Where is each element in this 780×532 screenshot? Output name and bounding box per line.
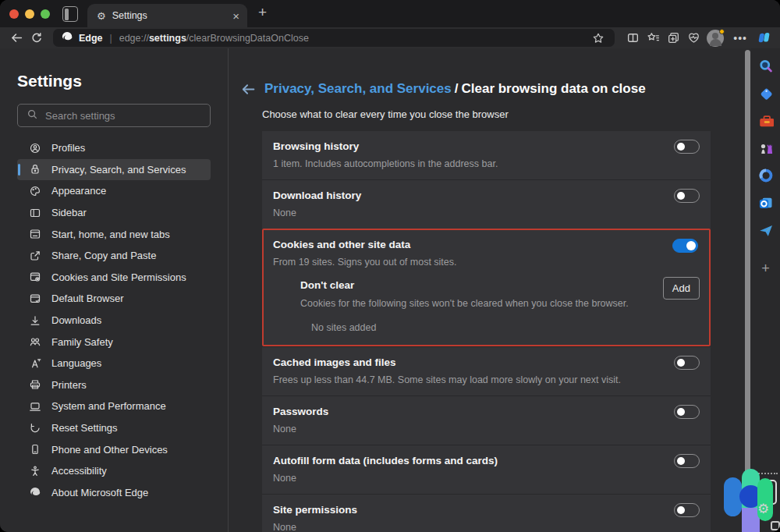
favorites-bar-icon[interactable] <box>644 30 661 47</box>
sidebar-item-label: Start, home, and new tabs <box>51 229 170 240</box>
sidebar-item-system-performance[interactable]: System and Performance <box>17 395 211 417</box>
sidebar-item-profiles[interactable]: Profiles <box>17 137 211 159</box>
download-history-toggle[interactable] <box>674 189 700 203</box>
row-title: Autofill form data (includes forms and c… <box>273 455 700 466</box>
copilot-icon[interactable] <box>755 30 772 47</box>
no-sites-added-text: No sites added <box>311 322 700 333</box>
rail-search-icon[interactable] <box>758 59 774 74</box>
add-site-button[interactable]: Add <box>663 277 700 300</box>
favorite-star-icon[interactable] <box>590 30 607 47</box>
split-screen-icon[interactable] <box>624 30 641 47</box>
sidebar-item-label: Family Safety <box>51 336 113 348</box>
sidebar-item-label: Share, Copy and Paste <box>51 250 156 261</box>
browsing-history-toggle[interactable] <box>674 140 700 154</box>
address-bar[interactable]: Edge | edge://settings/clearBrowsingData… <box>53 29 615 47</box>
rail-tools-icon[interactable] <box>758 113 774 129</box>
sidebar-item-label: About Microsoft Edge <box>51 487 148 498</box>
rail-add-icon[interactable]: + <box>761 261 770 277</box>
rail-shopping-icon[interactable] <box>758 86 774 101</box>
back-icon[interactable] <box>8 30 25 47</box>
window-controls <box>0 0 61 27</box>
site-permissions-toggle[interactable] <box>674 503 700 517</box>
settings-main: Privacy, Search, and Services/Clear brow… <box>229 48 751 532</box>
toolbar: Edge | edge://settings/clearBrowsingData… <box>0 27 780 48</box>
refresh-icon[interactable] <box>28 30 45 47</box>
row-title: Cached images and files <box>273 356 700 368</box>
sidebar-item-printers[interactable]: Printers <box>17 374 211 396</box>
sidebar-item-about-edge[interactable]: About Microsoft Edge <box>17 482 211 504</box>
tab-close-icon[interactable]: × <box>232 10 239 22</box>
breadcrumb-parent-link[interactable]: Privacy, Search, and Services <box>264 81 452 96</box>
new-tab-button[interactable]: + <box>258 4 267 21</box>
settings-search-box[interactable] <box>17 104 211 127</box>
collections-icon[interactable] <box>665 30 682 47</box>
tab-settings[interactable]: ⚙ Settings × <box>87 4 247 27</box>
rail-games-icon[interactable] <box>758 140 774 156</box>
dont-clear-title: Don't clear <box>300 279 700 291</box>
sidebar-item-label: Phone and Other Devices <box>51 444 168 456</box>
close-window-button[interactable] <box>9 9 19 19</box>
row-site-permissions: Site permissions None <box>262 494 711 532</box>
sidebar-item-share-copy-paste[interactable]: Share, Copy and Paste <box>17 245 211 267</box>
gear-icon: ⚙ <box>97 11 106 21</box>
row-browsing-history: Browsing history 1 item. Includes autoco… <box>262 131 711 179</box>
row-cached-images: Cached images and files Frees up less th… <box>262 346 711 395</box>
rail-microsoft-365-icon[interactable] <box>758 168 774 183</box>
back-arrow-icon[interactable] <box>241 82 256 97</box>
sidebar-item-label: Downloads <box>51 314 101 326</box>
edge-logo-icon <box>29 486 41 498</box>
rail-outlook-icon[interactable] <box>758 195 774 211</box>
cookies-toggle[interactable] <box>672 239 698 253</box>
rail-drop-icon[interactable] <box>758 222 774 238</box>
browser-essentials-icon[interactable] <box>685 30 702 47</box>
profile-avatar[interactable] <box>707 30 724 47</box>
sidebar-item-cookies-permissions[interactable]: Cookies and Site Permissions <box>17 267 211 289</box>
edge-sidebar-rail: + <box>751 48 780 532</box>
sidebar-item-start-home[interactable]: Start, home, and new tabs <box>17 223 211 245</box>
sidebar-item-label: Languages <box>51 357 101 369</box>
sidebar-item-family-safety[interactable]: Family Safety <box>17 331 211 353</box>
row-title: Passwords <box>273 406 700 417</box>
sidebar-item-label: Printers <box>51 379 87 391</box>
tab-strip: ⚙ Settings × + <box>0 0 780 27</box>
sidebar-item-reset-settings[interactable]: Reset Settings <box>17 417 211 439</box>
row-title: Browsing history <box>273 140 700 152</box>
site-brand-label: Edge <box>79 33 103 44</box>
tab-title: Settings <box>112 10 227 21</box>
more-ellipsis-icon[interactable]: ••• <box>729 32 752 44</box>
sidebar-item-privacy[interactable]: Privacy, Search, and Services <box>17 159 211 181</box>
sidebar-item-default-browser[interactable]: Default Browser <box>17 288 211 310</box>
row-description: From 19 sites. Signs you out of most sit… <box>273 257 700 268</box>
minimize-window-button[interactable] <box>25 9 34 19</box>
row-description: None <box>273 424 700 434</box>
page-header: Privacy, Search, and Services/Clear brow… <box>241 81 751 97</box>
row-title: Cookies and other site data <box>273 239 700 250</box>
sidebar-item-downloads[interactable]: Downloads <box>17 310 211 332</box>
sidebar-item-sidebar[interactable]: Sidebar <box>17 202 211 224</box>
workspaces-icon[interactable] <box>62 6 78 22</box>
sidebar-item-accessibility[interactable]: Accessibility <box>17 460 211 482</box>
vertical-scrollbar[interactable] <box>745 50 750 518</box>
lock-icon <box>29 163 41 176</box>
sidebar-item-phone-devices[interactable]: Phone and Other Devices <box>17 438 211 460</box>
phone-icon <box>29 443 41 456</box>
sidebar-item-appearance[interactable]: Appearance <box>17 180 211 202</box>
passwords-toggle[interactable] <box>674 405 700 419</box>
row-description: None <box>273 522 700 532</box>
sidebar-item-languages[interactable]: Languages <box>17 353 211 374</box>
translate-icon <box>29 357 41 370</box>
zoom-window-button[interactable] <box>41 9 50 19</box>
search-input[interactable] <box>45 110 201 122</box>
cached-images-toggle[interactable] <box>674 356 700 370</box>
window-gear-icon <box>29 271 41 283</box>
settings-sidebar: Settings Profiles Privacy, Search, and S… <box>0 48 229 532</box>
sidebar-item-label: System and Performance <box>51 400 166 412</box>
row-description: 1 item. Includes autocompletions in the … <box>273 158 700 169</box>
autofill-toggle[interactable] <box>674 454 700 468</box>
content-area: Settings Profiles Privacy, Search, and S… <box>0 48 780 532</box>
breadcrumb-separator: / <box>452 81 462 96</box>
home-window-icon <box>29 228 41 240</box>
palette-icon <box>29 185 41 197</box>
sidebar-item-label: Cookies and Site Permissions <box>51 271 186 283</box>
page-subtitle: Choose what to clear every time you clos… <box>262 108 751 120</box>
